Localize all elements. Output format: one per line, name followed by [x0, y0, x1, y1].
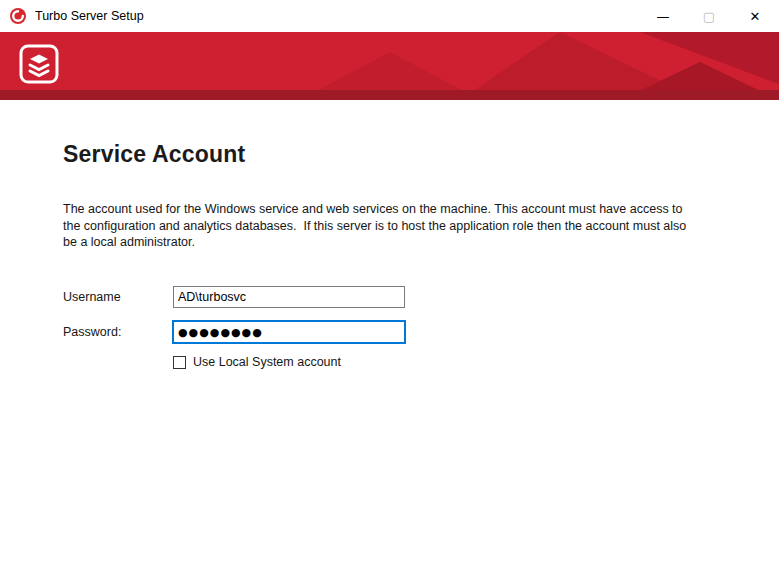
username-input[interactable] [173, 286, 405, 308]
turbo-logo-icon [18, 43, 60, 85]
header-banner [0, 32, 779, 100]
page-description: The account used for the Windows service… [63, 201, 688, 251]
username-label: Username [63, 290, 121, 304]
banner-bottom-stripe [0, 90, 779, 100]
close-button[interactable]: ✕ [732, 1, 778, 31]
page-title: Service Account [63, 141, 245, 168]
password-input[interactable] [173, 321, 405, 343]
window-title: Turbo Server Setup [35, 9, 144, 23]
setup-window: Turbo Server Setup — ▢ ✕ Service Account… [0, 0, 779, 584]
local-system-checkbox[interactable] [173, 356, 186, 369]
app-icon [9, 7, 27, 25]
maximize-button: ▢ [686, 1, 732, 31]
minimize-button[interactable]: — [640, 1, 686, 31]
content-area: Service Account The account used for the… [0, 100, 779, 584]
local-system-checkbox-row[interactable]: Use Local System account [173, 355, 341, 369]
local-system-checkbox-label: Use Local System account [193, 355, 341, 369]
title-bar: Turbo Server Setup — ▢ ✕ [0, 0, 779, 32]
password-label: Password: [63, 325, 121, 339]
